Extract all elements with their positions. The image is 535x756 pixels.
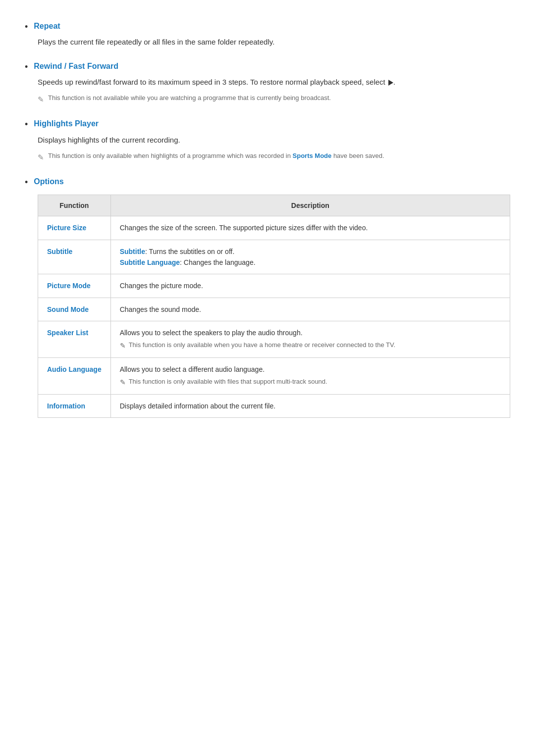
bullet-dot: • [25, 21, 28, 33]
options-bullet: • Options [25, 175, 510, 189]
sports-mode-link[interactable]: Sports Mode [293, 152, 332, 159]
rewind-section: • Rewind / Fast Forward Speeds up rewind… [25, 60, 510, 105]
options-section: • Options Function Description Picture S… [25, 175, 510, 418]
rewind-note-text: This function is not available while you… [48, 93, 331, 103]
table-cell-function[interactable]: Sound Mode [38, 298, 111, 321]
rewind-note: ✎ This function is not available while y… [38, 93, 510, 105]
bullet-dot: • [25, 61, 28, 73]
highlights-section: • Highlights Player Displays highlights … [25, 117, 510, 163]
highlights-bullet: • Highlights Player [25, 117, 510, 131]
audio-language-note: ✎ This function is only available with f… [120, 377, 501, 388]
table-cell-description: Allows you to select the speakers to pla… [110, 321, 510, 358]
repeat-bullet: • Repeat [25, 20, 510, 33]
play-icon [388, 80, 393, 86]
rewind-title: Rewind / Fast Forward [34, 60, 118, 73]
options-title: Options [34, 175, 63, 188]
table-cell-function[interactable]: Audio Language [38, 357, 111, 394]
table-row: Subtitle Subtitle: Turns the subtitles o… [38, 240, 510, 274]
note-pencil-icon: ✎ [38, 151, 44, 163]
table-cell-function[interactable]: Information [38, 394, 111, 417]
table-row: Information Displays detailed informatio… [38, 394, 510, 417]
table-row: Sound Mode Changes the sound mode. [38, 298, 510, 321]
rewind-body: Speeds up rewind/fast forward to its max… [38, 76, 510, 88]
table-cell-description: Allows you to select a different audio l… [110, 357, 510, 394]
table-header-function: Function [38, 195, 111, 216]
table-cell-function[interactable]: Speaker List [38, 321, 111, 358]
table-cell-function[interactable]: Picture Mode [38, 274, 111, 298]
rewind-bullet: • Rewind / Fast Forward [25, 60, 510, 73]
repeat-section: • Repeat Plays the current file repeated… [25, 20, 510, 48]
note-pencil-icon: ✎ [120, 340, 126, 351]
note-pencil-icon: ✎ [38, 94, 44, 105]
table-row: Audio Language Allows you to select a di… [38, 357, 510, 394]
subtitle-link[interactable]: Subtitle [120, 248, 145, 255]
bullet-dot: • [25, 118, 28, 131]
highlights-title: Highlights Player [34, 117, 99, 130]
note-pencil-icon: ✎ [120, 377, 126, 388]
table-cell-description: Changes the picture mode. [110, 274, 510, 298]
speaker-list-note-text: This function is only available when you… [129, 340, 395, 351]
repeat-title: Repeat [34, 20, 60, 33]
speaker-list-note: ✎ This function is only available when y… [120, 340, 501, 351]
table-cell-description: Subtitle: Turns the subtitles on or off.… [110, 240, 510, 274]
table-cell-function[interactable]: Subtitle [38, 240, 111, 274]
table-row: Picture Mode Changes the picture mode. [38, 274, 510, 298]
table-cell-description: Changes the size of the screen. The supp… [110, 216, 510, 240]
subtitle-language-link[interactable]: Subtitle Language [120, 258, 180, 266]
table-row: Picture Size Changes the size of the scr… [38, 216, 510, 240]
highlights-note-text: This function is only available when hig… [48, 151, 384, 161]
bullet-dot: • [25, 176, 28, 189]
table-row: Speaker List Allows you to select the sp… [38, 321, 510, 358]
audio-language-note-text: This function is only available with fil… [129, 377, 327, 387]
highlights-note: ✎ This function is only available when h… [38, 151, 510, 163]
table-header-description: Description [110, 195, 510, 216]
table-cell-function[interactable]: Picture Size [38, 216, 111, 240]
table-cell-description: Displays detailed information about the … [110, 394, 510, 417]
highlights-body: Displays highlights of the current recor… [38, 134, 510, 146]
table-cell-description: Changes the sound mode. [110, 298, 510, 321]
repeat-body: Plays the current file repeatedly or all… [38, 36, 510, 48]
options-table: Function Description Picture Size Change… [38, 195, 510, 418]
